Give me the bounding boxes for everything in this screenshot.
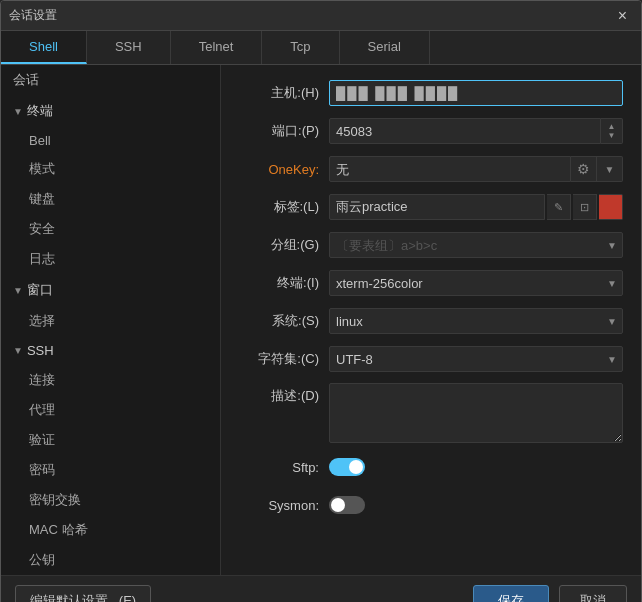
content-area: 会话 ▼ 终端 Bell 模式 键盘 安全 日志 ▼ 窗口: [1, 65, 641, 575]
tag-icon-button[interactable]: ⊡: [573, 194, 597, 220]
system-row: 系统:(S) linux ▼: [239, 307, 623, 335]
tag-label: 标签:(L): [239, 198, 329, 216]
port-input-wrapper: ▲ ▼: [329, 118, 623, 144]
sidebar-item-password[interactable]: 密码: [1, 455, 220, 485]
sidebar-item-bell[interactable]: Bell: [1, 127, 220, 154]
cancel-button[interactable]: 取消: [559, 585, 627, 603]
sidebar-item-connect[interactable]: 连接: [1, 365, 220, 395]
port-row: 端口:(P) ▲ ▼: [239, 117, 623, 145]
chevron-up-icon: ▲: [608, 123, 616, 131]
main-panel: 主机:(H) 端口:(P) ▲ ▼ OneKey:: [221, 65, 641, 575]
sidebar-item-select[interactable]: 选择: [1, 306, 220, 336]
sidebar-item-pubkey[interactable]: 公钥: [1, 545, 220, 575]
window-title: 会话设置: [9, 7, 57, 24]
sidebar-item-proxy[interactable]: 代理: [1, 395, 220, 425]
terminal-select[interactable]: xterm-256color: [329, 270, 623, 296]
port-input[interactable]: [329, 118, 601, 144]
sysmon-toggle[interactable]: [329, 496, 365, 514]
chevron-down-icon: ▼: [608, 132, 616, 140]
tag-control: ✎ ⊡: [329, 194, 623, 220]
sidebar-section-window[interactable]: ▼ 窗口: [1, 274, 220, 306]
terminal-label: 终端:(I): [239, 274, 329, 292]
chevron-down-icon: ▼: [13, 106, 23, 117]
sidebar-item-keyboard[interactable]: 键盘: [1, 184, 220, 214]
sidebar-item-mode[interactable]: 模式: [1, 154, 220, 184]
host-input[interactable]: [330, 86, 622, 101]
onekey-select[interactable]: 无: [329, 156, 571, 182]
save-button[interactable]: 保存: [473, 585, 549, 603]
group-label: 分组:(G): [239, 236, 329, 254]
tag-row: 标签:(L) ✎ ⊡: [239, 193, 623, 221]
title-bar: 会话设置 ×: [1, 1, 641, 31]
charset-select[interactable]: UTF-8: [329, 346, 623, 372]
chevron-down-icon: ▼: [13, 345, 23, 356]
sidebar-item-mac[interactable]: MAC 哈希: [1, 515, 220, 545]
desc-label: 描述:(D): [239, 383, 329, 405]
sidebar-section-ssh[interactable]: ▼ SSH: [1, 336, 220, 365]
sidebar-item-kex[interactable]: 密钥交换: [1, 485, 220, 515]
sftp-row: Sftp:: [239, 453, 623, 481]
port-spinner[interactable]: ▲ ▼: [601, 118, 623, 144]
tab-shell[interactable]: Shell: [1, 31, 87, 64]
port-label: 端口:(P): [239, 122, 329, 140]
sftp-label: Sftp:: [239, 460, 329, 475]
onekey-label: OneKey:: [239, 162, 329, 177]
system-select[interactable]: linux: [329, 308, 623, 334]
terminal-row: 终端:(I) xterm-256color ▼: [239, 269, 623, 297]
onekey-dropdown-button[interactable]: ▼: [597, 156, 623, 182]
group-row: 分组:(G) 〔要表组〕a>b>c ▼: [239, 231, 623, 259]
session-settings-window: 会话设置 × Shell SSH Telnet Tcp Serial 会话 ▼ …: [0, 0, 642, 602]
sysmon-row: Sysmon:: [239, 491, 623, 519]
terminal-select-wrapper: xterm-256color ▼: [329, 270, 623, 296]
tag-input[interactable]: [329, 194, 545, 220]
sidebar-item-auth[interactable]: 验证: [1, 425, 220, 455]
system-label: 系统:(S): [239, 312, 329, 330]
sidebar-section-terminal[interactable]: ▼ 终端: [1, 95, 220, 127]
onekey-control: 无 ⚙ ▼: [329, 156, 623, 182]
onekey-settings-button[interactable]: ⚙: [571, 156, 597, 182]
charset-select-wrapper: UTF-8 ▼: [329, 346, 623, 372]
sidebar-item-security[interactable]: 安全: [1, 214, 220, 244]
bottom-bar: 编辑默认设置...(E) 保存 取消: [1, 575, 641, 602]
sftp-toggle[interactable]: [329, 458, 365, 476]
tab-tcp[interactable]: Tcp: [262, 31, 339, 64]
host-input-wrapper: [329, 80, 623, 106]
edit-defaults-button[interactable]: 编辑默认设置...(E): [15, 585, 151, 603]
charset-label: 字符集:(C): [239, 350, 329, 368]
onekey-row: OneKey: 无 ⚙ ▼: [239, 155, 623, 183]
sysmon-toggle-knob: [331, 498, 345, 512]
sysmon-label: Sysmon:: [239, 498, 329, 513]
tab-serial[interactable]: Serial: [340, 31, 430, 64]
group-select-wrapper: 〔要表组〕a>b>c ▼: [329, 232, 623, 258]
desc-row: 描述:(D): [239, 383, 623, 443]
group-select[interactable]: 〔要表组〕a>b>c: [329, 232, 623, 258]
tag-color-button[interactable]: [599, 194, 623, 220]
tab-bar: Shell SSH Telnet Tcp Serial: [1, 31, 641, 65]
host-label: 主机:(H): [239, 84, 329, 102]
tag-edit-button[interactable]: ✎: [547, 194, 571, 220]
host-row: 主机:(H): [239, 79, 623, 107]
action-buttons: 保存 取消: [473, 585, 627, 603]
charset-row: 字符集:(C) UTF-8 ▼: [239, 345, 623, 373]
sidebar-item-log[interactable]: 日志: [1, 244, 220, 274]
sftp-toggle-knob: [349, 460, 363, 474]
system-select-wrapper: linux ▼: [329, 308, 623, 334]
tab-telnet[interactable]: Telnet: [171, 31, 263, 64]
sidebar: 会话 ▼ 终端 Bell 模式 键盘 安全 日志 ▼ 窗口: [1, 65, 221, 575]
close-button[interactable]: ×: [612, 6, 633, 26]
tab-ssh[interactable]: SSH: [87, 31, 171, 64]
desc-textarea[interactable]: [329, 383, 623, 443]
sidebar-item-session[interactable]: 会话: [1, 65, 220, 95]
chevron-down-icon: ▼: [13, 285, 23, 296]
